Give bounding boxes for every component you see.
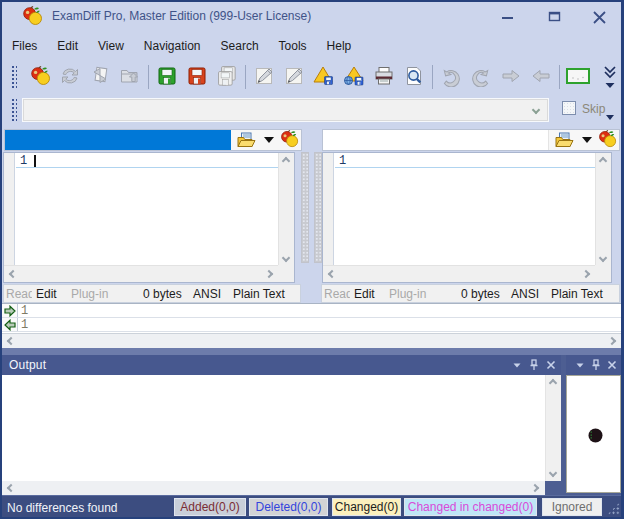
redo-button[interactable] — [466, 63, 496, 91]
minimize-button[interactable] — [490, 0, 524, 31]
left-status-ansi: ANSI — [193, 287, 221, 301]
left-browse-button[interactable] — [231, 130, 261, 150]
line-view-hscrollbar[interactable] — [2, 333, 622, 348]
save-second-file-button[interactable] — [182, 63, 212, 91]
next-difference-button[interactable] — [496, 63, 526, 91]
compare-fruit-icon — [598, 129, 617, 151]
toolbar-separator — [245, 65, 246, 89]
redo-icon — [470, 65, 492, 90]
save-differences-as-button[interactable] — [339, 63, 369, 91]
scroll-up-icon[interactable] — [549, 379, 557, 387]
scroll-left-icon[interactable] — [9, 270, 17, 278]
edit-first-file-button[interactable] — [249, 63, 279, 91]
menu-search[interactable]: Search — [213, 35, 267, 57]
close-button[interactable] — [583, 0, 617, 31]
resize-grip-icon[interactable] — [607, 502, 620, 515]
line-view-row[interactable]: 1 — [2, 318, 622, 332]
toolbar-overflow-button[interactable] — [602, 63, 618, 91]
output-panel-controls — [511, 355, 557, 375]
output-vscrollbar[interactable] — [545, 375, 561, 481]
right-editor-vscrollbar[interactable] — [595, 153, 611, 266]
right-browse-button[interactable] — [549, 130, 579, 150]
scroll-down-icon[interactable] — [599, 254, 607, 262]
panel-pin-icon[interactable] — [528, 359, 540, 371]
menu-files[interactable]: Files — [4, 35, 45, 57]
save-differences-button[interactable] — [309, 63, 339, 91]
scrollbar-corner — [278, 265, 294, 282]
print-preview-button[interactable] — [399, 63, 429, 91]
right-compare-button[interactable] — [595, 130, 619, 150]
panel-dropdown-icon[interactable] — [574, 359, 586, 371]
show-options-button[interactable] — [563, 63, 593, 91]
panel-dropdown-icon[interactable] — [511, 359, 523, 371]
horizontal-splitter[interactable] — [0, 348, 624, 355]
open-files-button[interactable] — [115, 63, 145, 91]
menu-view[interactable]: View — [90, 35, 132, 57]
title-bar[interactable]: ExamDiff Pro, Master Edition (999-User L… — [0, 0, 624, 31]
scroll-down-icon[interactable] — [549, 469, 557, 477]
combo-dropdown-icon[interactable] — [532, 106, 540, 114]
scroll-right-icon[interactable] — [265, 270, 273, 278]
left-editor[interactable]: 1 — [16, 153, 278, 265]
left-pane-status-bar: Read-onlyEditPlug-in0 bytesANSIPlain Tex… — [3, 284, 301, 303]
statistics-panel-content[interactable] — [566, 375, 621, 493]
scroll-right-icon[interactable] — [531, 484, 539, 492]
scroll-right-icon[interactable] — [582, 270, 590, 278]
right-editor-pane[interactable]: 1 — [322, 152, 612, 283]
panel-close-icon[interactable] — [545, 359, 557, 371]
output-panel-content[interactable] — [2, 375, 561, 481]
panel-pin-icon[interactable] — [590, 359, 602, 371]
diff-arrow-left-icon — [4, 319, 16, 334]
right-diff-map-bar[interactable] — [314, 152, 322, 263]
scroll-left-icon[interactable] — [328, 270, 336, 278]
compare-button[interactable] — [25, 63, 55, 91]
print-button[interactable] — [369, 63, 399, 91]
edit-second-file-button[interactable] — [279, 63, 309, 91]
right-editor-hscrollbar[interactable] — [323, 265, 595, 282]
right-editor[interactable]: 1 — [335, 153, 595, 265]
line-view-row[interactable]: 1 — [2, 304, 622, 318]
panel-close-icon[interactable] — [606, 359, 618, 371]
right-file-name-combobox[interactable] — [323, 130, 549, 150]
output-hscrollbar[interactable] — [2, 481, 545, 495]
dropdown-triangle-icon — [264, 137, 274, 143]
scroll-up-icon[interactable] — [599, 157, 607, 165]
badge-added: Added(0,0) — [174, 498, 246, 516]
scrollbar-corner — [595, 265, 611, 282]
right-status-read-only: Read-only — [324, 287, 350, 301]
swap-panes-button[interactable] — [85, 63, 115, 91]
menu-navigation[interactable]: Navigation — [136, 35, 209, 57]
recompare-button[interactable] — [55, 63, 85, 91]
pencil-icon — [283, 65, 305, 90]
previous-difference-button[interactable] — [526, 63, 556, 91]
left-file-name-combobox[interactable] — [5, 130, 231, 150]
toolbar-grip[interactable] — [11, 98, 17, 121]
output-panel-header[interactable]: Output — [2, 355, 561, 375]
printer-icon — [373, 65, 395, 90]
right-browse-dropdown-button[interactable] — [579, 130, 595, 150]
left-compare-button[interactable] — [277, 130, 301, 150]
scroll-left-icon[interactable] — [7, 484, 15, 492]
menu-tools[interactable]: Tools — [271, 35, 315, 57]
left-diff-map-bar[interactable] — [301, 152, 309, 263]
left-browse-dropdown-button[interactable] — [261, 130, 277, 150]
statistics-panel-header[interactable] — [566, 355, 621, 375]
left-editor-hscrollbar[interactable] — [4, 265, 278, 282]
left-editor-pane[interactable]: 1 — [3, 152, 295, 283]
scroll-down-icon[interactable] — [282, 254, 290, 262]
undo-button[interactable] — [436, 63, 466, 91]
filter-combobox[interactable] — [23, 99, 548, 121]
scroll-up-icon[interactable] — [282, 157, 290, 165]
save-first-file-button[interactable] — [152, 63, 182, 91]
badge-ignored: Ignored — [542, 498, 602, 516]
scroll-right-icon[interactable] — [608, 337, 616, 345]
menu-help[interactable]: Help — [319, 35, 360, 57]
scroll-left-icon[interactable] — [7, 337, 15, 345]
save-both-files-button[interactable] — [212, 63, 242, 91]
maximize-button[interactable] — [538, 0, 572, 31]
menu-edit[interactable]: Edit — [49, 35, 86, 57]
skip-checkbox[interactable] — [562, 101, 576, 115]
window-title: ExamDiff Pro, Master Edition (999-User L… — [52, 9, 311, 23]
left-editor-vscrollbar[interactable] — [278, 153, 294, 266]
toolbar-grip[interactable] — [11, 65, 17, 90]
